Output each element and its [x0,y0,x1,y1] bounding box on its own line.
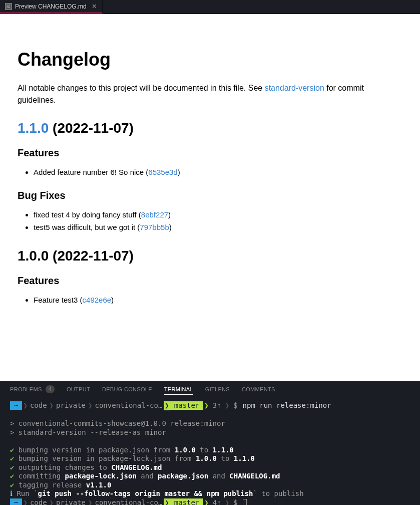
terminal-prompt: ~❯ code❯ private❯ conventional-co…❯maste… [10,498,410,506]
features-heading: Features [18,275,402,287]
terminal-cursor [243,499,247,505]
version-heading-110: 1.1.0 (2022-11-07) [18,120,402,136]
branch-segment: master [170,498,204,505]
list-item: test5 was difficult, but we got it (797b… [34,221,402,234]
arrow-up-icon [217,401,221,409]
chevron-icon: ❯ [203,401,209,410]
terminal-line: ✔ bumping version in package.json from 1… [10,446,410,455]
tab-comments[interactable]: COMMENTS [242,386,275,394]
terminal-line: ✔ outputting changes to CHANGELOG.md [10,463,410,472]
terminal-output[interactable]: ~❯ code❯ private❯ conventional-co…❯maste… [0,399,420,505]
chevron-icon: ❯ [164,498,170,506]
dollar-prompt: $ [230,401,240,410]
branch-segment: master [170,401,204,410]
home-segment: ~ [10,498,22,505]
terminal-line [10,437,410,446]
terminal-line: ✔ tagging release v1.1.0 [10,481,410,490]
markdown-preview-icon: ◱ [5,3,12,10]
terminal-line: ℹ Run `git push --follow-tags origin mas… [10,489,410,498]
commit-link[interactable]: 8ebf227 [141,210,168,219]
chevron-icon: ❯ [224,498,230,506]
dollar-prompt: $ [230,498,240,506]
terminal-line: > conventional-commits-showcase@1.0.0 re… [10,419,410,428]
commit-link[interactable]: 6535e3d [148,168,177,176]
tab-gitlens[interactable]: GITLENS [205,386,230,394]
version-link-110[interactable]: 1.1.0 [18,120,49,136]
chevron-icon: ❯ [49,401,55,410]
tab-preview-changelog[interactable]: ◱ Preview CHANGELOG.md ✕ [0,0,103,14]
list-item: fixed test 4 by doing fancy stuff (8ebf2… [34,208,402,221]
bugfixes-list: fixed test 4 by doing fancy stuff (8ebf2… [18,208,402,234]
bugfixes-heading: Bug Fixes [18,190,402,201]
chevron-icon: ❯ [164,401,170,410]
bottom-panel: PROBLEMS 4 OUTPUT DEBUG CONSOLE TERMINAL… [0,381,420,505]
chevron-icon: ❯ [224,401,230,410]
standard-version-link[interactable]: standard-version [265,84,324,92]
chevron-icon: ❯ [87,401,93,410]
chevron-icon: ❯ [87,498,93,506]
intro-text: All notable changes to this project will… [18,82,402,106]
terminal-line [10,411,410,420]
chevron-icon: ❯ [203,498,209,506]
home-segment: ~ [10,401,22,410]
terminal-line: ✔ bumping version in package-lock.json f… [10,454,410,463]
chevron-icon: ❯ [49,498,55,506]
page-title: Changelog [18,49,402,70]
tab-problems[interactable]: PROBLEMS 4 [10,385,55,395]
commit-link[interactable]: 797bb5b [140,223,169,231]
markdown-preview: Changelog All notable changes to this pr… [0,14,420,381]
close-icon[interactable]: ✕ [92,3,97,10]
list-item: Added feature number 6! So nice (6535e3d… [34,166,402,179]
tab-output[interactable]: OUTPUT [67,386,90,394]
terminal-command: npm run release:minor [241,401,331,410]
version-heading-100: 1.0.0 (2022-11-07) [18,248,402,264]
features-list: Feature test3 (c492e6e) [18,294,402,307]
tab-debug-console[interactable]: DEBUG CONSOLE [102,386,152,394]
problems-badge: 4 [46,385,55,393]
terminal-line: > standard-version --release-as minor [10,428,410,437]
chevron-icon: ❯ [22,498,28,506]
list-item: Feature test3 (c492e6e) [34,294,402,307]
panel-tabs: PROBLEMS 4 OUTPUT DEBUG CONSOLE TERMINAL… [0,381,420,399]
tab-bar: ◱ Preview CHANGELOG.md ✕ [0,0,420,14]
arrow-up-icon [217,498,221,506]
tab-terminal[interactable]: TERMINAL [164,386,193,395]
commit-link[interactable]: c492e6e [83,296,112,304]
features-heading: Features [18,147,402,159]
chevron-icon: ❯ [22,401,28,410]
terminal-prompt: ~❯ code❯ private❯ conventional-co…❯maste… [10,401,410,410]
tab-title: Preview CHANGELOG.md [15,3,87,10]
features-list: Added feature number 6! So nice (6535e3d… [18,166,402,179]
terminal-line: ✔ committing package-lock.json and packa… [10,472,410,481]
